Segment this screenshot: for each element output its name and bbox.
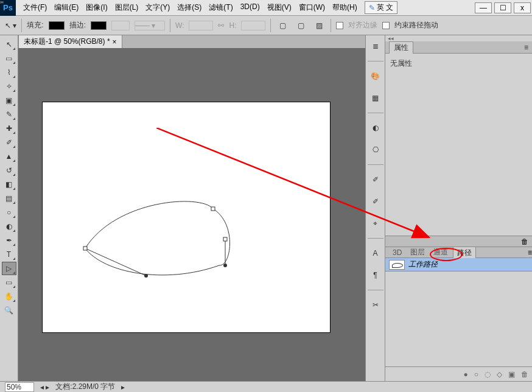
maximize-button[interactable]: ☐ xyxy=(494,2,511,13)
make-work-path-icon[interactable]: ◇ xyxy=(497,370,502,379)
menu-help[interactable]: 帮助(H) xyxy=(329,1,361,15)
arrange-icon[interactable]: ▨ xyxy=(312,19,326,32)
document-tab[interactable]: 未标题-1 @ 50%(RGB/8) * × xyxy=(18,35,122,48)
blur-tool[interactable]: ○ xyxy=(2,206,16,219)
panel-menu-icon[interactable]: ≡ xyxy=(524,43,528,52)
no-properties-text: 无属性 xyxy=(390,59,412,68)
path-item[interactable]: 工作路径 xyxy=(385,258,532,271)
brush-presets-panel-icon[interactable]: ✐ xyxy=(368,194,383,209)
fill-path-icon[interactable]: ● xyxy=(464,370,468,379)
options-bar: ↖ ▾ 填充: 描边: —— ▾ W: ⚯ H: ▢ ▢ ▨ 对齐边缘 约束路径… xyxy=(0,16,532,35)
svg-line-0 xyxy=(85,248,146,276)
brush-icon: ✎ xyxy=(369,4,375,12)
svg-point-5 xyxy=(144,274,148,278)
crop-tool[interactable]: ▣ xyxy=(2,94,16,107)
status-nav-icon[interactable]: ◂ ▸ xyxy=(40,383,49,391)
trash-icon[interactable]: 🗑 xyxy=(521,237,528,246)
menu-window[interactable]: 窗口(W) xyxy=(295,1,329,15)
menu-select[interactable]: 选择(S) xyxy=(173,1,205,15)
doc-info-text: 文档:2.29M/0 字节 xyxy=(55,382,115,392)
constrain-path-checkbox[interactable] xyxy=(382,22,390,29)
language-indicator[interactable]: ✎ 英 文 xyxy=(365,1,397,14)
marquee-tool[interactable]: ▭ xyxy=(2,52,16,65)
menu-layer[interactable]: 图层(L) xyxy=(111,1,142,15)
constrain-path-label: 约束路径拖动 xyxy=(394,20,438,30)
menu-image[interactable]: 图像(I) xyxy=(82,1,111,15)
stroke-color-swatch[interactable] xyxy=(91,21,107,30)
tab-channels[interactable]: 通道 xyxy=(430,247,452,258)
clone-source-panel-icon[interactable]: ⌖ xyxy=(368,216,383,231)
link-wh-icon[interactable]: ⚯ xyxy=(218,21,224,30)
panels-handle-icon[interactable]: ◂◂ xyxy=(388,35,532,41)
zoom-tool[interactable]: 🔍 xyxy=(2,304,16,317)
menu-filter[interactable]: 滤镜(T) xyxy=(205,1,236,15)
styles-panel-icon[interactable]: ⎔ xyxy=(368,142,383,157)
minimize-button[interactable]: — xyxy=(475,2,492,13)
lasso-tool[interactable]: ⌇ xyxy=(2,66,16,79)
align-edges-checkbox[interactable] xyxy=(336,22,343,29)
svg-rect-2 xyxy=(83,247,87,250)
delete-path-icon[interactable]: 🗑 xyxy=(521,370,528,379)
document-tab-close-icon[interactable]: × xyxy=(113,38,117,46)
doc-info-arrow-icon[interactable]: ▸ xyxy=(121,383,125,391)
move-tool[interactable]: ↖ xyxy=(2,38,16,51)
brush-tool[interactable]: ✐ xyxy=(2,136,16,149)
zoom-input[interactable]: 50% xyxy=(5,382,34,392)
stroke-style-dropdown[interactable]: —— ▾ xyxy=(135,21,165,30)
shape-tool[interactable]: ▭ xyxy=(2,276,16,289)
hand-tool[interactable]: ✋ xyxy=(2,290,16,303)
eraser-tool[interactable]: ◧ xyxy=(2,178,16,191)
type-tool[interactable]: T xyxy=(2,248,16,261)
close-button[interactable]: x xyxy=(514,2,531,13)
paragraph-panel-icon[interactable]: ¶ xyxy=(368,268,383,282)
gradient-tool[interactable]: ▤ xyxy=(2,192,16,205)
adjustments-panel-icon[interactable]: ◐ xyxy=(368,121,383,135)
menu-type[interactable]: 文字(Y) xyxy=(142,1,173,15)
stroke-path-icon[interactable]: ○ xyxy=(474,370,478,379)
width-label: W: xyxy=(175,21,184,30)
eyedropper-tool[interactable]: ✎ xyxy=(2,108,16,121)
brush-panel-icon[interactable]: ✐ xyxy=(368,172,383,187)
menu-edit[interactable]: 编辑(E) xyxy=(51,1,82,15)
heal-tool[interactable]: ✚ xyxy=(2,122,16,135)
align-icon[interactable]: ▢ xyxy=(294,19,307,32)
lower-panel-header: 🗑 xyxy=(385,236,532,247)
pen-tool[interactable]: ✒ xyxy=(2,234,16,247)
status-bar: 50% ◂ ▸ 文档:2.29M/0 字节 ▸ xyxy=(0,381,532,392)
path-ops-icon[interactable]: ▢ xyxy=(276,19,289,32)
collapsed-panels-strip: ◂◂ ≣ 🎨 ▦ ◐ ⎔ ✐ ✐ ⌖ A ¶ ✂ xyxy=(365,35,385,381)
tool-preset-arrow-icon[interactable]: ↖ ▾ xyxy=(5,21,16,30)
stroke-width-input[interactable] xyxy=(111,21,130,30)
tab-paths[interactable]: 路径 xyxy=(453,247,476,259)
path-item-label: 工作路径 xyxy=(408,259,438,270)
lower-panel-tabs: 3D 图层 通道 路径 ≡ xyxy=(385,247,532,258)
history-panel-icon[interactable]: ≣ xyxy=(368,39,383,54)
title-bar: Ps 文件(F) 编辑(E) 图像(I) 图层(L) 文字(Y) 选择(S) 滤… xyxy=(0,0,532,16)
svg-point-6 xyxy=(223,264,227,267)
properties-tab[interactable]: 属性 xyxy=(389,41,413,54)
dodge-tool[interactable]: ◐ xyxy=(2,220,16,233)
history-brush-tool[interactable]: ↺ xyxy=(2,164,16,177)
menu-view[interactable]: 视图(V) xyxy=(264,1,295,15)
new-path-icon[interactable]: ▣ xyxy=(508,370,515,379)
character-panel-icon[interactable]: A xyxy=(368,246,383,261)
stamp-tool[interactable]: ▲ xyxy=(2,150,16,163)
tab-3d[interactable]: 3D xyxy=(389,248,405,257)
tool-presets-panel-icon[interactable]: ✂ xyxy=(368,298,383,312)
tab-layers[interactable]: 图层 xyxy=(407,247,429,258)
menu-3d[interactable]: 3D(D) xyxy=(237,1,264,15)
height-input[interactable] xyxy=(241,21,265,30)
magic-wand-tool[interactable]: ✧ xyxy=(2,80,16,93)
canvas-viewport[interactable] xyxy=(18,49,365,381)
language-label: 英 文 xyxy=(377,2,393,13)
width-input[interactable] xyxy=(189,21,213,30)
canvas[interactable] xyxy=(43,102,330,332)
path-to-selection-icon[interactable]: ◌ xyxy=(485,370,491,379)
color-panel-icon[interactable]: 🎨 xyxy=(368,69,383,83)
menu-file[interactable]: 文件(F) xyxy=(19,1,51,15)
fill-color-swatch[interactable] xyxy=(49,21,65,30)
strip-handle-icon[interactable]: ◂◂ xyxy=(0,0,4,5)
swatches-panel-icon[interactable]: ▦ xyxy=(368,91,383,105)
panel-menu-icon[interactable]: ≡ xyxy=(528,248,532,257)
path-selection-tool[interactable]: ▷ xyxy=(2,262,16,275)
